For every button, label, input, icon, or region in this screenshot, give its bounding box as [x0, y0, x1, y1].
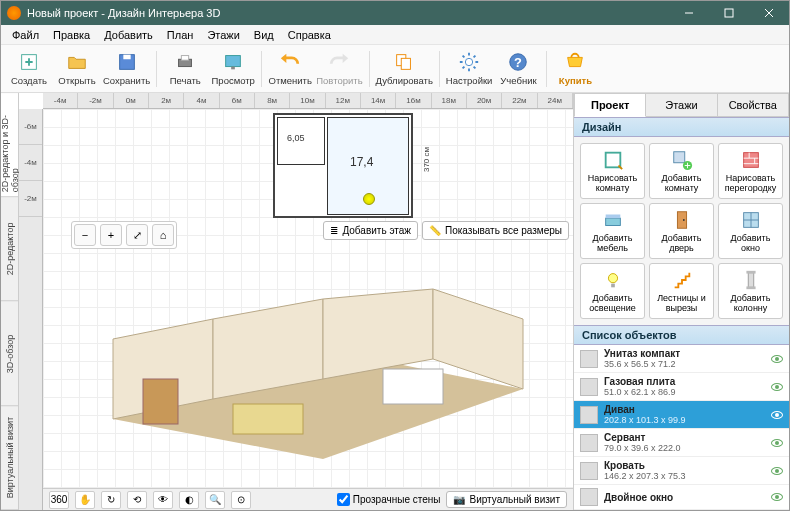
visibility-icon[interactable] [771, 355, 783, 363]
save-button[interactable]: Сохранить [101, 47, 152, 91]
design-draw-partition[interactable]: Нарисовать перегородку [718, 143, 783, 199]
show-dimensions-button[interactable]: 📏Показывать все размеры [422, 221, 569, 240]
sofa-object[interactable] [233, 404, 303, 434]
viewport[interactable]: 6,05 17,4 370 см − + ⤢ ⌂ ≣Добавить этаж … [43, 109, 573, 488]
print-button[interactable]: Печать [161, 47, 209, 91]
menu-add[interactable]: Добавить [97, 27, 160, 43]
ruler-tick: -6м [19, 109, 42, 145]
preview-icon [222, 51, 244, 73]
menu-bar: Файл Правка Добавить План Этажи Вид Спра… [1, 25, 789, 45]
settings-button[interactable]: Настройки [444, 47, 495, 91]
tab-project[interactable]: Проект [574, 93, 646, 117]
camera-marker-icon[interactable] [363, 193, 375, 205]
transparent-walls-checkbox[interactable]: Прозрачные стены [337, 493, 441, 506]
add-window-icon [740, 209, 762, 231]
object-item[interactable]: Унитаз компакт35.6 x 56.5 x 71.2 [574, 345, 789, 373]
design-add-lighting[interactable]: Добавить освещение [580, 263, 645, 319]
add-floor-button[interactable]: ≣Добавить этаж [323, 221, 418, 240]
floorplan-2d[interactable]: 6,05 17,4 370 см [273, 113, 413, 218]
ruler-tick: 20м [467, 93, 502, 108]
dimension-right: 370 см [422, 147, 431, 172]
nav-reset-button[interactable]: ⊙ [231, 491, 251, 509]
ruler-tick: -4м [19, 145, 42, 181]
ruler-tick: 10м [290, 93, 325, 108]
transparent-walls-input[interactable] [337, 493, 350, 506]
object-list: Унитаз компакт35.6 x 56.5 x 71.2Газовая … [574, 345, 789, 510]
preview-button[interactable]: Просмотр [209, 47, 257, 91]
ruler-tick: 18м [432, 93, 467, 108]
tab-properties[interactable]: Свойства [718, 93, 789, 117]
nav-orbit-button[interactable]: ⟲ [127, 491, 147, 509]
duplicate-button[interactable]: Дублировать [374, 47, 435, 91]
sidetab-virtual[interactable]: Виртуальный визит [1, 406, 18, 510]
camera-icon: 📷 [453, 494, 465, 505]
object-thumb-icon [580, 406, 598, 424]
draw-partition-icon [740, 149, 762, 171]
ruler-tick: 12м [326, 93, 361, 108]
design-add-door[interactable]: Добавить дверь [649, 203, 714, 259]
visibility-icon[interactable] [771, 467, 783, 475]
right-panel: Проект Этажи Свойства Дизайн Нарисовать … [573, 93, 789, 510]
tutorial-button[interactable]: ?Учебник [494, 47, 542, 91]
design-add-window[interactable]: Добавить окно [718, 203, 783, 259]
canvas-area[interactable]: -4м-2м0м2м4м6м8м10м12м14м16м18м20м22м24м… [19, 93, 573, 510]
menu-file[interactable]: Файл [5, 27, 46, 43]
visibility-icon[interactable] [771, 383, 783, 391]
menu-view[interactable]: Вид [247, 27, 281, 43]
object-item[interactable]: Газовая плита51.0 x 62.1 x 86.9 [574, 373, 789, 401]
bed-object[interactable] [383, 369, 443, 404]
object-item[interactable]: Сервант79.0 x 39.6 x 222.0 [574, 429, 789, 457]
tab-floors[interactable]: Этажи [646, 93, 717, 117]
virtual-visit-button[interactable]: 📷 Виртуальный визит [446, 491, 567, 508]
close-button[interactable] [749, 1, 789, 25]
sidetab-2d-3d[interactable]: 2D-редактор и 3D-обзор [1, 93, 18, 197]
redo-button[interactable]: Повторить [314, 47, 364, 91]
object-item[interactable]: Кровать146.2 x 207.3 x 75.3 [574, 457, 789, 485]
object-thumb-icon [580, 462, 598, 480]
view-3d[interactable] [83, 239, 543, 469]
design-add-furniture[interactable]: Добавить мебель [580, 203, 645, 259]
svg-rect-24 [677, 211, 686, 228]
design-draw-room[interactable]: Нарисовать комнату [580, 143, 645, 199]
object-thumb-icon [580, 378, 598, 396]
minimize-button[interactable] [669, 1, 709, 25]
menu-plan[interactable]: План [160, 27, 201, 43]
design-add-room[interactable]: Добавить комнату [649, 143, 714, 199]
nav-360-button[interactable]: 360 [49, 491, 69, 509]
nav-rotate-button[interactable]: ↻ [101, 491, 121, 509]
nav-look-button[interactable]: 👁 [153, 491, 173, 509]
menu-floors[interactable]: Этажи [200, 27, 246, 43]
menu-help[interactable]: Справка [281, 27, 338, 43]
create-button[interactable]: Создать [5, 47, 53, 91]
design-stairs-cutouts[interactable]: Лестницы и вырезы [649, 263, 714, 319]
svg-point-10 [465, 58, 472, 65]
ruler-tick: 8м [255, 93, 290, 108]
overlay-buttons: ≣Добавить этаж 📏Показывать все размеры [323, 221, 569, 240]
svg-rect-28 [748, 272, 754, 287]
visibility-icon[interactable] [771, 493, 783, 501]
sidetab-3d[interactable]: 3D-обзор [1, 302, 18, 406]
buy-button[interactable]: Купить [551, 47, 599, 91]
menu-edit[interactable]: Правка [46, 27, 97, 43]
ruler-horizontal: -4м-2м0м2м4м6м8м10м12м14м16м18м20м22м24м [43, 93, 573, 109]
undo-button[interactable]: Отменить [266, 47, 314, 91]
svg-rect-21 [743, 152, 758, 167]
nav-pan-button[interactable]: ✋ [75, 491, 95, 509]
visibility-icon[interactable] [771, 411, 783, 419]
nav-tilt-button[interactable]: ◐ [179, 491, 199, 509]
design-add-column[interactable]: Добавить колонну [718, 263, 783, 319]
ruler-tick: 22м [502, 93, 537, 108]
svg-rect-7 [231, 67, 235, 70]
settings-icon [458, 51, 480, 73]
visibility-icon[interactable] [771, 439, 783, 447]
bottom-toolbar: 360 ✋ ↻ ⟲ 👁 ◐ 🔍 ⊙ Прозрачные стены 📷 Вир… [43, 488, 573, 510]
object-item[interactable]: Диван202.8 x 101.3 x 99.9 [574, 401, 789, 429]
nav-zoom-button[interactable]: 🔍 [205, 491, 225, 509]
object-item[interactable]: Двойное окно [574, 485, 789, 510]
cabinet-object[interactable] [143, 379, 178, 424]
open-button[interactable]: Открыть [53, 47, 101, 91]
add-door-icon [671, 209, 693, 231]
maximize-button[interactable] [709, 1, 749, 25]
sidetab-2d[interactable]: 2D-редактор [1, 197, 18, 301]
duplicate-icon [393, 51, 415, 73]
